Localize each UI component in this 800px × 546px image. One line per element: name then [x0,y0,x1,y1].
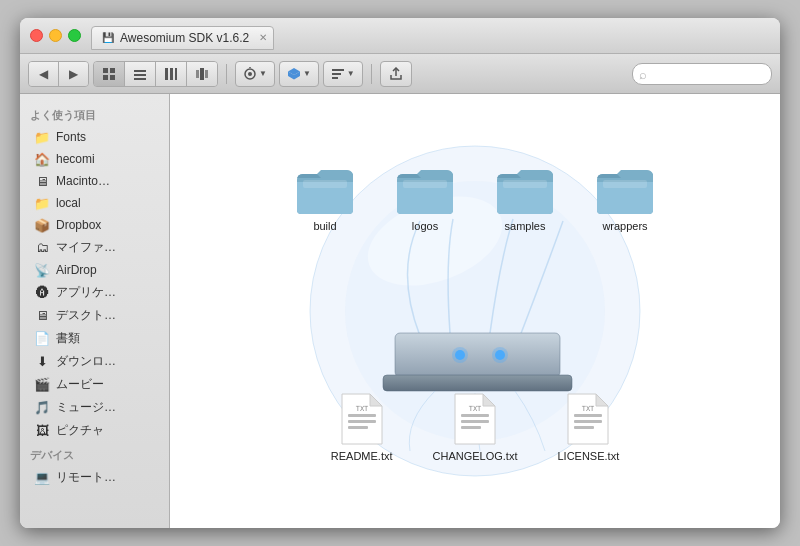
music-icon: 🎵 [34,400,50,416]
svg-rect-21 [332,77,338,79]
sidebar-item-desktop[interactable]: 🖥 デスクト… [24,304,165,327]
svg-rect-2 [103,75,108,80]
sidebar-item-airdrop[interactable]: 📡 AirDrop [24,259,165,281]
search-wrapper [632,63,772,85]
sidebar-item-movies-label: ムービー [56,376,104,393]
sidebar-item-airdrop-label: AirDrop [56,263,97,277]
dropbox-dropdown-icon: ▼ [303,69,311,78]
sidebar-item-books-label: 書類 [56,330,80,347]
view-column-button[interactable] [156,62,187,86]
sidebar-item-remote-label: リモート… [56,469,116,486]
readme-icon: TXT [340,392,384,446]
sidebar-item-macinto-label: Macinto… [56,174,110,188]
sep2 [371,64,372,84]
hecomi-icon: 🏠 [34,151,50,167]
titlebar: 💾 Awesomium SDK v1.6.2 ✕ [20,18,780,54]
maximize-button[interactable] [68,29,81,42]
sidebar-item-music-label: ミュージ… [56,399,116,416]
svg-text:TXT: TXT [582,405,595,413]
sdk-illustration [170,94,780,528]
svg-rect-3 [110,75,115,80]
sidebar-item-local-label: local [56,196,81,210]
traffic-lights [30,29,81,42]
forward-button[interactable]: ▶ [59,62,88,86]
svg-point-28 [452,347,468,363]
sort-button[interactable]: ▼ [323,61,363,87]
view-icon-button[interactable] [94,62,125,86]
file-readme[interactable]: TXT README.txt [331,392,393,462]
nav-group: ◀ ▶ [28,61,89,87]
svg-rect-9 [175,68,177,80]
svg-rect-26 [383,375,572,391]
view-coverflow-button[interactable] [187,62,217,86]
sidebar-item-myfiles[interactable]: 🗂 マイファ… [24,236,165,259]
readme-label: README.txt [331,450,393,462]
share-button[interactable] [380,61,412,87]
folder-wrappers[interactable]: wrappers [595,166,655,232]
sidebar-item-downloads[interactable]: ⬇ ダウンロ… [24,350,165,373]
svg-point-27 [455,350,465,360]
sidebar-item-fonts[interactable]: 📁 Fonts [24,126,165,148]
svg-rect-35 [461,414,489,417]
search-input[interactable] [632,63,772,85]
folder-samples[interactable]: samples [495,166,555,232]
action-dropdown-icon: ▼ [259,69,267,78]
sidebar-item-macinto[interactable]: 🖥 Macinto… [24,170,165,192]
folder-build-icon [295,166,355,216]
folder-logos[interactable]: logos [395,166,455,232]
books-icon: 📄 [34,331,50,347]
sidebar-item-apps-label: アプリケ… [56,284,116,301]
apps-icon: 🅐 [34,285,50,301]
svg-rect-19 [332,69,344,71]
sidebar-item-hecomi[interactable]: 🏠 hecomi [24,148,165,170]
dropbox-button[interactable]: ▼ [279,61,319,87]
back-button[interactable]: ◀ [29,62,59,86]
changelog-label: CHANGELOG.txt [433,450,518,462]
action-button[interactable]: ▼ [235,61,275,87]
svg-text:TXT: TXT [355,405,368,413]
sidebar-item-remote[interactable]: 💻 リモート… [24,466,165,489]
tab-title: Awesomium SDK v1.6.2 [120,31,249,45]
svg-rect-7 [165,68,168,80]
movies-icon: 🎬 [34,377,50,393]
svg-rect-10 [200,68,204,80]
sidebar-item-dropbox-label: Dropbox [56,218,101,232]
folders-row: build logos [295,166,655,232]
svg-rect-37 [461,426,481,429]
file-changelog[interactable]: TXT CHANGELOG.txt [433,392,518,462]
sidebar-item-apps[interactable]: 🅐 アプリケ… [24,281,165,304]
window-tab[interactable]: 💾 Awesomium SDK v1.6.2 ✕ [91,26,274,50]
content-area: よく使う項目 📁 Fonts 🏠 hecomi 🖥 Macinto… 📁 loc… [20,94,780,528]
file-license[interactable]: TXT LICENSE.txt [557,392,619,462]
minimize-button[interactable] [49,29,62,42]
pictures-icon: 🖼 [34,423,50,439]
svg-rect-12 [205,70,208,78]
svg-rect-39 [574,414,602,417]
folder-build[interactable]: build [295,166,355,232]
svg-rect-8 [170,68,173,80]
svg-rect-36 [461,420,489,423]
sidebar: よく使う項目 📁 Fonts 🏠 hecomi 🖥 Macinto… 📁 loc… [20,94,170,528]
license-icon: TXT [566,392,610,446]
sidebar-item-pictures-label: ピクチャ [56,422,104,439]
svg-rect-5 [134,74,146,76]
sidebar-item-books[interactable]: 📄 書類 [24,327,165,350]
svg-point-14 [248,72,252,76]
sidebar-item-desktop-label: デスクト… [56,307,116,324]
svg-rect-31 [348,414,376,417]
tab-icon: 💾 [102,32,114,43]
sep1 [226,64,227,84]
view-list-button[interactable] [125,62,156,86]
file-area: build logos [170,94,780,528]
sidebar-item-pictures[interactable]: 🖼 ピクチャ [24,419,165,442]
folder-samples-icon [495,166,555,216]
svg-rect-11 [196,70,199,78]
sidebar-item-dropbox[interactable]: 📦 Dropbox [24,214,165,236]
sidebar-item-music[interactable]: 🎵 ミュージ… [24,396,165,419]
remote-icon: 💻 [34,470,50,486]
sidebar-item-movies[interactable]: 🎬 ムービー [24,373,165,396]
sidebar-item-local[interactable]: 📁 local [24,192,165,214]
folder-wrappers-label: wrappers [602,220,647,232]
close-button[interactable] [30,29,43,42]
tab-close-icon[interactable]: ✕ [259,32,267,43]
